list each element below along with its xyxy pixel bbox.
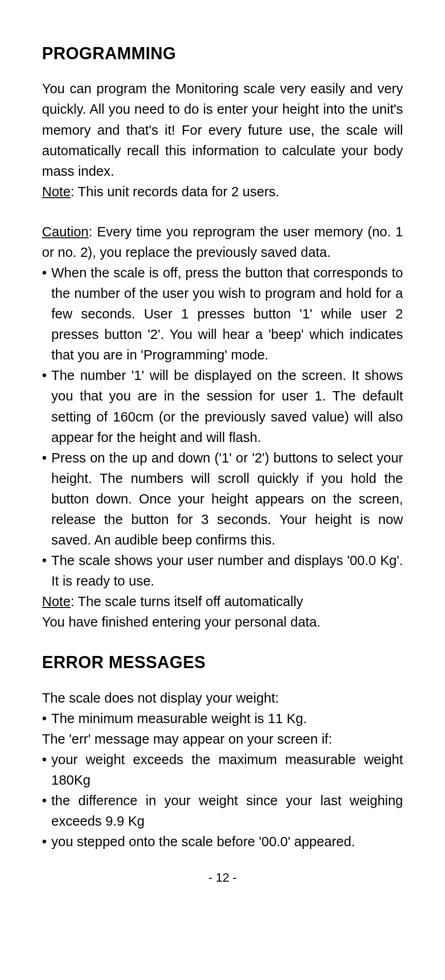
programming-caution: Caution: Every time you reprogram the us… — [42, 221, 403, 262]
caution-text: : Every time you reprogram the user memo… — [42, 224, 403, 260]
note-text: : This unit records data for 2 users. — [70, 184, 279, 199]
note-label: Note — [42, 184, 70, 199]
programming-note1: Note: This unit records data for 2 users… — [42, 181, 403, 202]
programming-closing: You have finished entering your personal… — [42, 612, 403, 632]
section-heading-programming: PROGRAMMING — [42, 42, 403, 65]
list-item: The scale shows your user number and dis… — [42, 550, 403, 591]
section-heading-errors: ERROR MESSAGES — [42, 651, 403, 674]
list-item: the difference in your weight since your… — [42, 790, 403, 831]
page-number: - 12 - — [42, 869, 403, 887]
errors-err-list: your weight exceeds the maximum measurab… — [42, 749, 403, 852]
caution-label: Caution — [42, 224, 89, 239]
list-item: your weight exceeds the maximum measurab… — [42, 749, 403, 790]
errors-noweight-intro: The scale does not display your weight: — [42, 688, 403, 708]
list-item: When the scale is off, press the button … — [42, 262, 403, 365]
programming-steps-list: When the scale is off, press the button … — [42, 262, 403, 591]
errors-err-intro: The 'err' message may appear on your scr… — [42, 729, 403, 749]
note-label: Note — [42, 594, 70, 609]
list-item: Press on the up and down ('1' or '2') bu… — [42, 448, 403, 550]
list-item: The minimum measurable weight is 11 Kg. — [42, 708, 403, 729]
list-item: The number '1' will be displayed on the … — [42, 365, 403, 447]
programming-intro: You can program the Monitoring scale ver… — [42, 78, 403, 181]
note-text: : The scale turns itself off automatical… — [70, 594, 303, 609]
list-item: you stepped onto the scale before '00.0'… — [42, 831, 403, 852]
errors-noweight-list: The minimum measurable weight is 11 Kg. — [42, 708, 403, 729]
programming-note2: Note: The scale turns itself off automat… — [42, 591, 403, 612]
